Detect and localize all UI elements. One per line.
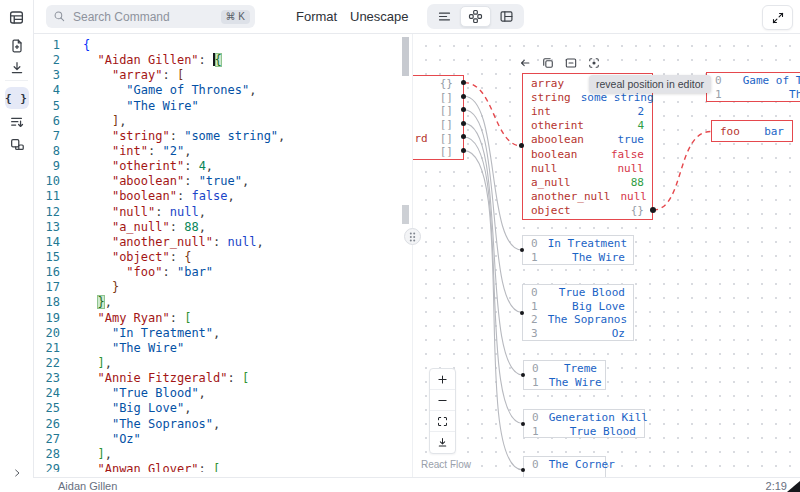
code-line[interactable]: 18 }, xyxy=(33,295,412,310)
collapse-node-icon[interactable] xyxy=(564,56,578,70)
line-number: 17 xyxy=(33,280,60,295)
code-line[interactable]: 16 "foo": "bar" xyxy=(33,265,412,280)
app-logo-icon[interactable] xyxy=(5,6,29,28)
connection-handle xyxy=(461,148,466,153)
expand-panel-chevron[interactable] xyxy=(11,467,23,479)
code-line[interactable]: 7 "string": "some string", xyxy=(33,129,412,144)
fit-view-icon[interactable] xyxy=(430,411,455,432)
cursor-position: 2:19 xyxy=(766,480,787,492)
panel-resize-handle[interactable] xyxy=(404,228,421,245)
code-line[interactable]: 15 "object": { xyxy=(33,250,412,265)
nodes-icon[interactable] xyxy=(5,134,29,156)
focus-node-icon[interactable] xyxy=(587,56,601,70)
code-line[interactable]: 28 ], xyxy=(33,447,412,462)
code-line[interactable]: 22 ], xyxy=(33,356,412,371)
code-line[interactable]: 11 "boolean": false, xyxy=(33,189,412,204)
line-number: 20 xyxy=(33,326,60,341)
connection-handle xyxy=(461,121,466,126)
node-row: 1The Wire xyxy=(524,376,605,390)
unescape-button[interactable]: Unescape xyxy=(350,0,409,33)
connection-handle xyxy=(461,134,466,139)
fullscreen-expand-button[interactable] xyxy=(762,5,793,30)
code-line[interactable]: 21 "The Wire" xyxy=(33,341,412,356)
new-document-icon[interactable] xyxy=(5,35,29,57)
json-code-editor[interactable]: 1{2 "Aidan Gillen": {3 "array": [4 "Game… xyxy=(33,33,412,472)
graph-node-root[interactable]: {}[][][]rd[][] xyxy=(412,75,464,160)
code-line[interactable]: 1{ xyxy=(33,38,412,53)
selection-path: Aidan Gillen xyxy=(58,480,117,492)
graph-view-icon[interactable] xyxy=(460,6,491,27)
top-toolbar: ⌘ K Format Unescape xyxy=(33,0,800,34)
node-row: 0The Corner xyxy=(524,458,605,472)
line-number: 7 xyxy=(33,129,60,144)
code-line[interactable]: 19 "Amy Ryan": [ xyxy=(33,311,412,326)
node-row: 0Generation Kill xyxy=(524,411,644,425)
line-number: 16 xyxy=(33,265,60,280)
node-row: a_null88 xyxy=(523,175,652,189)
code-line[interactable]: 27 "Oz" xyxy=(33,432,412,447)
code-line[interactable]: 25 "Big Love", xyxy=(33,401,412,416)
node-row: [] xyxy=(412,118,463,132)
react-flow-attribution[interactable]: React Flow xyxy=(421,459,471,470)
graph-node-array-values[interactable]: 0Game of Thrones1The Wire xyxy=(706,72,800,102)
code-line[interactable]: 9 "otherint": 4, xyxy=(33,159,412,174)
code-line[interactable]: 6 ], xyxy=(33,114,412,129)
download-icon[interactable] xyxy=(5,57,29,79)
code-line[interactable]: 10 "aboolean": "true", xyxy=(33,174,412,189)
node-row: [] xyxy=(412,145,463,159)
zoom-out-icon[interactable] xyxy=(430,390,455,411)
graph-node-selected-object[interactable]: arraystringsome stringint2otherint4abool… xyxy=(522,73,653,220)
line-number: 15 xyxy=(33,250,60,265)
line-number: 6 xyxy=(33,114,60,129)
code-line[interactable]: 8 "int": "2", xyxy=(33,144,412,159)
text-view-icon[interactable] xyxy=(429,6,460,27)
line-number: 12 xyxy=(33,205,60,220)
node-row: nullnull xyxy=(523,161,652,175)
back-arrow-icon[interactable] xyxy=(518,56,532,70)
node-row: 1The Wire xyxy=(523,251,633,265)
format-button[interactable]: Format xyxy=(296,0,337,33)
node-row: int2 xyxy=(523,104,652,118)
copy-icon[interactable] xyxy=(541,56,555,70)
line-number: 8 xyxy=(33,144,60,159)
line-number: 13 xyxy=(33,220,60,235)
graph-node-list[interactable]: 0In Treatment1The Wire xyxy=(522,235,634,265)
code-line[interactable]: 14 "another_null": null, xyxy=(33,235,412,250)
node-row: object{} xyxy=(523,204,652,218)
line-number: 5 xyxy=(33,99,60,114)
code-line[interactable]: 2 "Aidan Gillen": { xyxy=(33,53,412,68)
code-line[interactable]: 17 } xyxy=(33,280,412,295)
line-number: 23 xyxy=(33,371,60,386)
transform-icon[interactable] xyxy=(5,111,29,133)
graph-node-list[interactable]: 0Generation Kill1True Blood xyxy=(523,409,645,438)
code-line[interactable]: 3 "array": [ xyxy=(33,68,412,83)
code-line[interactable]: 24 "True Blood", xyxy=(33,386,412,401)
node-row: abooleantrue xyxy=(523,133,652,147)
graph-node-foo-object[interactable]: foobar xyxy=(711,120,793,142)
graph-node-list[interactable]: 0The Corner xyxy=(523,456,606,477)
connection-handle xyxy=(520,311,524,315)
graph-node-list[interactable]: 0True Blood1Big Love2The Sopranos3Oz xyxy=(522,284,634,341)
zoom-in-icon[interactable] xyxy=(430,369,455,390)
connection-handle xyxy=(461,80,466,85)
mouse-cursor-artifact xyxy=(787,481,800,492)
code-line[interactable]: 23 "Annie Fitzgerald": [ xyxy=(33,371,412,386)
table-view-icon[interactable] xyxy=(491,6,522,27)
graph-canvas[interactable]: {}[][][]rd[][] arraystringsome stringint… xyxy=(412,33,800,477)
sidebar-divider xyxy=(5,80,28,81)
code-line[interactable]: 20 "In Treatment", xyxy=(33,326,412,341)
editor-scrollbar-thumb[interactable] xyxy=(402,37,409,76)
search-input[interactable] xyxy=(71,9,216,25)
code-line[interactable]: 12 "null": null, xyxy=(33,205,412,220)
code-line[interactable]: 4 "Game of Thrones", xyxy=(33,83,412,98)
code-line[interactable]: 5 "The Wire" xyxy=(33,99,412,114)
node-row: 3Oz xyxy=(523,327,633,341)
graph-node-list[interactable]: 0Treme1The Wire xyxy=(523,360,606,390)
line-number: 21 xyxy=(33,341,60,356)
code-line[interactable]: 26 "The Sopranos", xyxy=(33,417,412,432)
code-line[interactable]: 13 "a_null": 88, xyxy=(33,220,412,235)
code-line[interactable]: 29 "Anwan Glover": [ xyxy=(33,462,412,472)
download-image-icon[interactable] xyxy=(430,432,455,453)
search-command-bar[interactable]: ⌘ K xyxy=(46,5,255,28)
braces-icon[interactable]: { } xyxy=(5,87,29,109)
